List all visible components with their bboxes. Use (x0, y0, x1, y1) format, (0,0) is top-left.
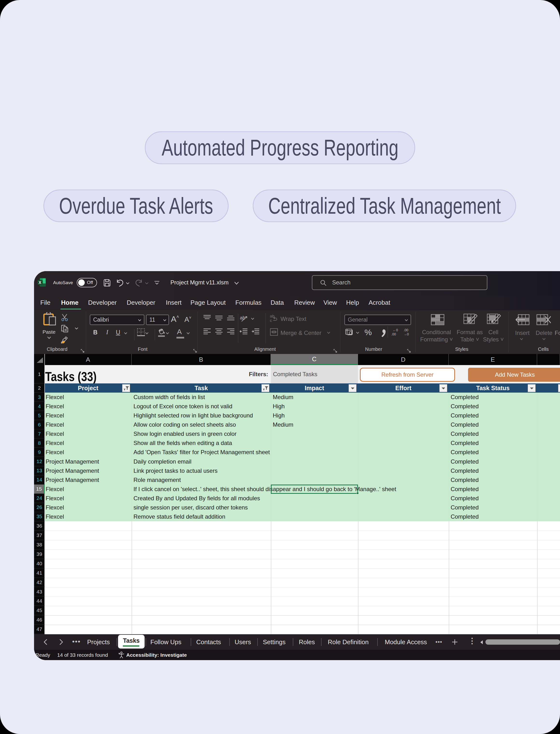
svg-text:X: X (39, 280, 42, 285)
svg-text:.00: .00 (404, 328, 408, 332)
svg-text:←0: ←0 (393, 328, 398, 332)
svg-text:ab: ab (240, 315, 245, 320)
svg-text:.00: .00 (391, 332, 396, 336)
svg-text:→0: →0 (404, 332, 409, 336)
svg-text:c: c (270, 318, 272, 322)
